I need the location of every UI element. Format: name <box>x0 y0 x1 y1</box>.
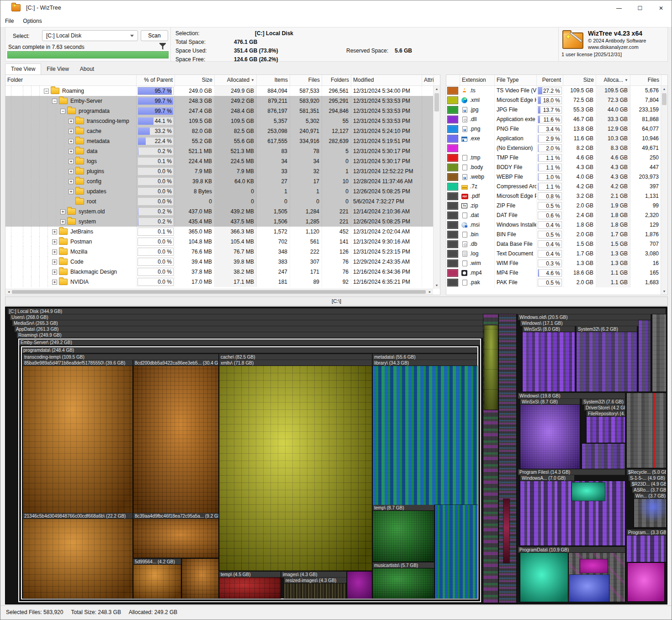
tree-row[interactable]: +metadata22.4 %55.2 GB55.6 GB617,555334,… <box>5 136 440 146</box>
treemap-block[interactable] <box>284 583 346 599</box>
treemap-label-strip[interactable]: $R23D... (4.9 GB) <box>630 481 666 487</box>
treemap-block[interactable] <box>219 578 280 599</box>
treemap-label-strip[interactable]: cache\ (82.5 GB) <box>219 354 372 360</box>
treemap-label-strip[interactable]: [C:] Local Disk (344.9 GB) <box>8 308 666 314</box>
scroll-right-icon[interactable]: ► <box>427 289 433 295</box>
expand-icon[interactable]: + <box>52 239 57 244</box>
tree-row[interactable]: +cache33.2 %82.0 GB82.5 GB253,098240,971… <box>5 126 440 136</box>
treemap-label-strip[interactable]: Roaming\ (249.9 GB) <box>17 332 512 338</box>
expand-icon[interactable]: + <box>69 179 74 184</box>
extension-row[interactable]: .7zCompressed Arc1.1 %4.2 GB4.2 GB397 <box>446 182 667 191</box>
expand-icon[interactable]: + <box>52 280 57 285</box>
column-header-modified[interactable]: Modified <box>351 75 422 85</box>
column-header-items[interactable]: Items <box>257 75 290 85</box>
treemap-label-strip[interactable]: AppData\ (261.3 GB) <box>15 326 512 332</box>
treemap-label-strip[interactable]: resized-images\ (4.3 GB) <box>284 578 346 583</box>
minimize-button[interactable]: — <box>609 0 630 16</box>
scroll-thumb[interactable] <box>662 93 667 105</box>
treemap-block[interactable] <box>627 393 666 468</box>
treemap-label-strip[interactable]: System32\ (6.2 GB) <box>577 326 637 332</box>
tree-row[interactable]: +Blackmagic Design0.0 %37.8 MB38.2 MB247… <box>5 267 440 277</box>
treemap-block[interactable] <box>347 572 372 599</box>
collapse-icon[interactable]: − <box>44 89 49 94</box>
column-header-files[interactable]: Files <box>630 75 661 85</box>
treemap-label-strip[interactable]: 8c39aa4d9fbc46f18ea72c95a5a... (9.2 GB) <box>133 513 218 519</box>
tree-row[interactable]: +config0.0 %39.8 KB64.0 KB27171012/28/20… <box>5 176 440 186</box>
tree-row[interactable]: +JetBrains0.1 %365.0 MB366.3 MB1,5721,12… <box>5 227 440 237</box>
treemap-block[interactable] <box>373 366 477 505</box>
tree-row[interactable]: +NVIDIA0.0 %17.0 MB17.1 MB181899212/16/2… <box>5 277 440 287</box>
drive-select[interactable]: [C:] Local Disk <box>42 30 138 41</box>
treemap-block[interactable] <box>577 332 637 392</box>
treemap-label-strip[interactable]: WinSxS\ (8.0 GB) <box>523 326 575 332</box>
extension-table-vscrollbar[interactable]: ▲ ▼ <box>661 86 667 295</box>
treemap-label-strip[interactable]: MediaSrv\ (265.3 GB) <box>12 320 512 326</box>
treemap-label-strip[interactable]: 5d99564... (4.2 GB) <box>133 559 181 565</box>
menu-item-file[interactable]: File <box>0 16 18 26</box>
treemap-block[interactable] <box>484 325 498 410</box>
scroll-thumb[interactable] <box>434 93 439 111</box>
expand-icon[interactable]: + <box>69 149 74 154</box>
extension-row[interactable]: .zipZIP File0.5 %2.0 GB1.9 GB99 <box>446 201 667 211</box>
treemap-block[interactable] <box>23 366 132 513</box>
extension-row[interactable]: .bodyBODY File1.1 %4.3 GB4.3 GB447 <box>446 163 667 172</box>
treemap-label-strip[interactable]: Users\ (268.0 GB) <box>10 314 512 320</box>
column-header-files[interactable]: Files <box>290 75 322 85</box>
tree-row[interactable]: −programdata99.7 %247.4 GB248.4 GB876,19… <box>5 106 440 116</box>
extension-row[interactable]: .msiWindows Installe0.4 %1.8 GB1.8 GB129 <box>446 220 667 230</box>
treemap-canvas[interactable]: [C:] Local Disk (344.9 GB)Users\ (268.0 … <box>5 307 667 604</box>
extension-row[interactable]: .tmpTMP File1.1 %4.6 GB4.6 GB250 <box>446 153 667 163</box>
filter-icon[interactable] <box>159 43 166 50</box>
title-bar[interactable]: [C:] - WizTree — ☐ ✕ <box>0 0 672 16</box>
extension-row[interactable]: .pakPAK File0.5 %2.0 GB1.1 GB1,683 <box>446 278 667 287</box>
scroll-down-icon[interactable]: ▼ <box>434 282 440 289</box>
treemap-block[interactable] <box>582 444 625 469</box>
treemap-label-strip[interactable]: ASRo... (3.7 GB) <box>632 487 666 493</box>
column-header-percent[interactable]: Percent <box>537 75 563 85</box>
tree-row[interactable]: +system.old0.2 %437.0 MB439.2 MB1,5051,2… <box>5 207 440 217</box>
tree-row[interactable]: +data0.2 %521.1 MB521.3 MB8378512/31/202… <box>5 146 440 156</box>
treemap-label-strip[interactable]: temp\ (4.5 GB) <box>219 572 280 578</box>
tree-row[interactable]: +Code0.0 %39.4 MB39.8 MB3833077612/29/20… <box>5 257 440 267</box>
tree-row[interactable]: −Roaming95.7 %249.0 GB249.9 GB884,094587… <box>5 86 440 96</box>
expand-icon[interactable]: + <box>69 129 74 134</box>
treemap-label-strip[interactable]: transcoding-temp\ (109.5 GB) <box>23 354 218 360</box>
expand-icon[interactable]: + <box>60 209 65 214</box>
treemap-label-strip[interactable]: Windows\ (17.1 GB) <box>520 320 651 326</box>
scroll-up-icon[interactable]: ▲ <box>434 86 440 92</box>
website-link[interactable]: www.diskanalyzer.com <box>588 44 646 50</box>
extension-row[interactable]: .binBIN File0.5 %2.0 GB1.7 GB1,876 <box>446 230 667 239</box>
treemap-label-strip[interactable]: metadata\ (55.6 GB) <box>373 354 477 360</box>
column-header-extension[interactable]: Extension <box>460 75 495 85</box>
scroll-thumb[interactable] <box>12 290 426 294</box>
treemap-label-strip[interactable]: ProgramData\ (10.9 GB) <box>518 547 625 553</box>
treemap-label-strip[interactable]: 8cd200dbb5a9422ca86ee3eb5... (30.4 GB) <box>133 360 218 366</box>
treemap-block[interactable] <box>523 332 575 392</box>
extension-row[interactable]: .pdfMicrosoft Edge P0.8 %3.2 GB2.1 GB1,1… <box>446 191 667 201</box>
tree-row[interactable]: +transcoding-temp44.1 %109.5 GB109.5 GB5… <box>5 116 440 126</box>
treemap-block[interactable] <box>628 563 664 601</box>
expand-icon[interactable]: + <box>69 159 74 164</box>
tree-row[interactable]: root0.0 %000005/6/2024 7:32:27 PM <box>5 196 440 207</box>
treemap-label-strip[interactable]: WinSxS\ (8.7 GB) <box>520 399 580 405</box>
extension-row[interactable]: .mp4MP4 File4.6 %18.6 GB1.1 GB165 <box>446 268 667 278</box>
treemap-block[interactable] <box>133 565 181 599</box>
extension-row[interactable]: .dllApplication exte11.6 %46.7 GB33.3 GB… <box>446 115 667 124</box>
menu-item-options[interactable]: Options <box>18 16 46 26</box>
column-header-folder[interactable]: Folder <box>5 75 137 85</box>
collapse-icon[interactable]: − <box>52 99 57 104</box>
close-button[interactable]: ✕ <box>651 0 672 16</box>
treemap-label-strip[interactable]: 85ba9e989a5d4f71b8ea8def51785550\ (39.6 … <box>23 360 132 366</box>
treemap-label-strip[interactable]: programdata\ (248.4 GB) <box>22 347 477 353</box>
extension-row[interactable]: (No Extension)2.0 %8.2 GB8.3 GB49,671 <box>446 143 667 153</box>
treemap-label-strip[interactable]: xmltv\ (71.8 GB) <box>219 360 372 366</box>
treemap-block[interactable] <box>182 559 218 599</box>
extension-row[interactable]: .wimWIM File0.3 %1.3 GB1.3 GB16 <box>446 259 667 268</box>
tab-file-view[interactable]: File View <box>41 64 74 74</box>
treemap-block[interactable] <box>639 320 651 392</box>
treemap-block[interactable] <box>634 499 666 527</box>
treemap-label-strip[interactable]: images\ (4.3 GB) <box>281 572 346 578</box>
treemap-label-strip[interactable]: S-1-5-... (4.9 GB) <box>629 475 666 481</box>
treemap-label-strip[interactable]: library\ (34.3 GB) <box>373 360 477 366</box>
extension-row[interactable]: .tsTS Video File (VL27.2 %109.5 GB109.5 … <box>446 86 667 95</box>
